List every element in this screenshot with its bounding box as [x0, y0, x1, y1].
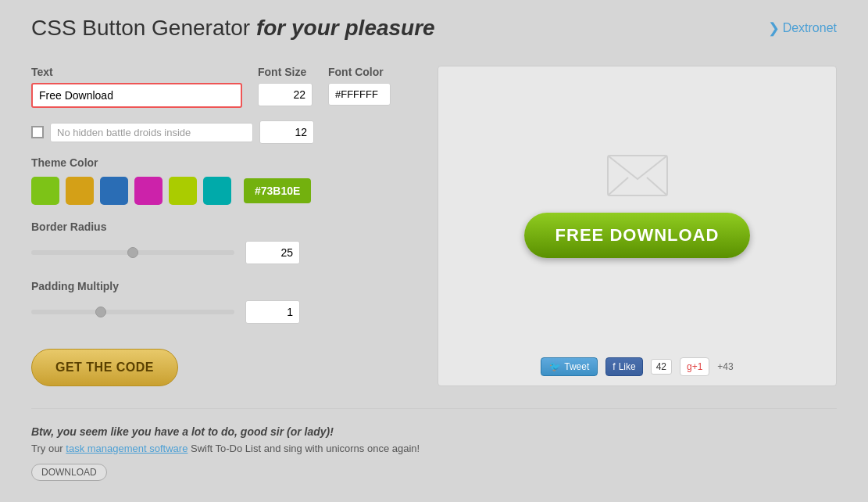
envelope-icon — [606, 154, 669, 197]
social-row: 🐦 Tweet f Like 42 g+1 +43 — [541, 357, 733, 385]
font-color-group: Font Color — [328, 66, 391, 106]
swatch-lime[interactable] — [169, 177, 197, 205]
color-swatches: #73B10E — [31, 177, 406, 205]
font-size-subtitle-input[interactable] — [259, 120, 314, 144]
header: CSS Button Generator for your pleasure ❯… — [31, 16, 837, 47]
theme-section: Theme Color #73B10E — [31, 156, 406, 205]
border-radius-value-input[interactable] — [245, 241, 300, 264]
border-radius-slider[interactable] — [31, 250, 234, 255]
bottom-note: Btw, you seem like you have a lot to do,… — [31, 408, 837, 481]
padding-section: Padding Multiply — [31, 280, 406, 324]
text-group: Text — [31, 66, 242, 108]
dextronet-label: Dextronet — [783, 21, 837, 35]
padding-label: Padding Multiply — [31, 280, 406, 292]
bottom-text-before: Try our — [31, 443, 66, 454]
gplus-count: +43 — [717, 361, 733, 372]
subtitle-checkbox[interactable] — [31, 126, 44, 138]
tweet-button[interactable]: 🐦 Tweet — [541, 357, 598, 376]
border-radius-slider-row — [31, 241, 406, 264]
preview-panel: FREE DOWNLOAD 🐦 Tweet f Like 42 g+1 +43 — [438, 66, 837, 386]
swatch-green[interactable] — [31, 177, 59, 205]
facebook-icon: f — [613, 361, 615, 372]
get-code-button[interactable]: GET THE CODE — [31, 349, 178, 386]
padding-slider-row — [31, 300, 406, 324]
active-color-display: #73B10E — [244, 178, 311, 203]
controls-panel: Text Font Size Font Color — [31, 66, 406, 386]
like-count: 42 — [651, 359, 672, 375]
font-color-label: Font Color — [328, 66, 391, 78]
subtitle-row — [31, 120, 406, 144]
tweet-label: Tweet — [564, 361, 589, 372]
padding-slider[interactable] — [31, 310, 234, 314]
border-radius-section: Border Radius — [31, 221, 406, 264]
swatch-gold[interactable] — [66, 177, 94, 205]
text-row: Text Font Size Font Color — [31, 66, 406, 108]
bottom-text-after: Swift To-Do List and sing with unicorns … — [188, 443, 420, 454]
preview-button[interactable]: FREE DOWNLOAD — [524, 213, 751, 258]
swatch-magenta[interactable] — [134, 177, 163, 205]
twitter-icon: 🐦 — [549, 361, 561, 372]
swatch-blue[interactable] — [100, 177, 128, 205]
title-italic: for your pleasure — [256, 16, 435, 40]
font-size-group: Font Size — [258, 66, 313, 106]
svg-rect-0 — [608, 156, 667, 195]
subtitle-text-input[interactable] — [50, 123, 253, 142]
font-size-input[interactable] — [258, 83, 313, 106]
preview-button-wrapper: FREE DOWNLOAD — [524, 213, 751, 258]
page-title: CSS Button Generator for your pleasure — [31, 16, 435, 41]
button-text-input[interactable] — [31, 83, 242, 108]
like-button[interactable]: f Like — [605, 357, 642, 376]
task-management-link[interactable]: task management software — [66, 443, 188, 454]
main-content: Text Font Size Font Color — [31, 66, 837, 386]
preview-bg: FREE DOWNLOAD — [438, 66, 836, 345]
dextronet-link[interactable]: ❯ Dextronet — [768, 20, 837, 37]
text-label: Text — [31, 66, 242, 78]
padding-value-input[interactable] — [245, 300, 300, 324]
border-radius-label: Border Radius — [31, 221, 406, 233]
svg-line-2 — [647, 177, 667, 195]
font-color-input[interactable] — [328, 83, 391, 106]
like-label: Like — [619, 361, 636, 372]
svg-line-1 — [608, 177, 628, 195]
dextronet-arrow-icon: ❯ — [768, 20, 780, 37]
font-size-label: Font Size — [258, 66, 313, 78]
gplus-label: g+1 — [687, 361, 702, 372]
theme-label: Theme Color — [31, 156, 406, 169]
title-normal: CSS Button Generator — [31, 16, 256, 40]
download-button[interactable]: DOWNLOAD — [31, 464, 107, 481]
bottom-italic-text: Btw, you seem like you have a lot to do,… — [31, 425, 334, 438]
gplus-button[interactable]: g+1 — [680, 357, 709, 376]
swatch-teal[interactable] — [203, 177, 231, 205]
